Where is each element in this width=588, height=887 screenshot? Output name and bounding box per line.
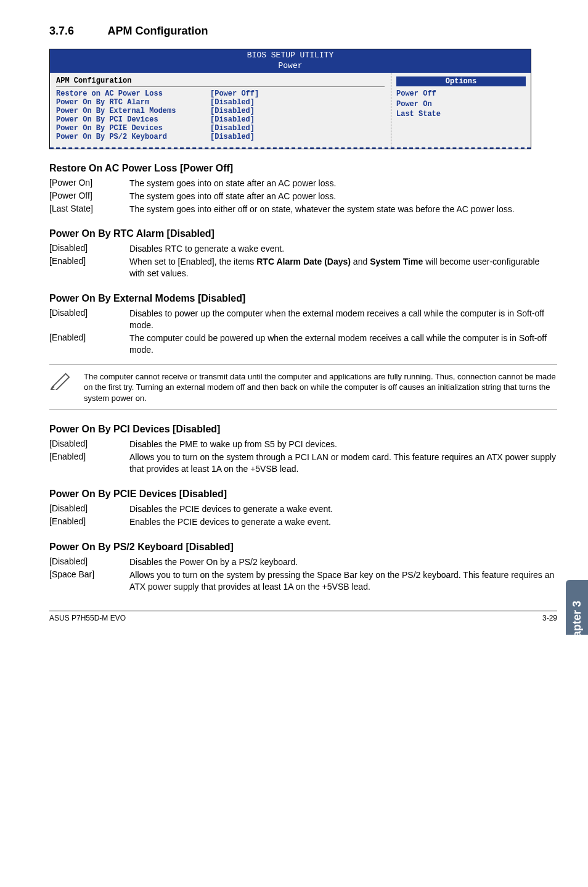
pencil-icon xyxy=(49,371,73,390)
heading-rtc: Power On By RTC Alarm [Disabled] xyxy=(49,228,557,239)
bios-row: Power On By PS/2 Keyboard[Disabled] xyxy=(56,133,385,141)
def-row: [Disabled]Disables the Power On by a PS/… xyxy=(49,556,557,568)
note-block: The computer cannot receive or transmit … xyxy=(49,365,557,411)
def-row: [Enabled]Enables the PCIE devices to gen… xyxy=(49,516,557,528)
option-item: Last State xyxy=(396,109,526,120)
bios-right-pane: Options Power Off Power On Last State xyxy=(391,73,531,147)
bios-util-title: BIOS SETUP UTILITY xyxy=(247,51,333,60)
bios-row: Power On By PCIE Devices[Disabled] xyxy=(56,124,385,133)
def-row: [Disabled]Disables RTC to generate a wak… xyxy=(49,243,557,255)
bios-row: Power On By External Modems[Disabled] xyxy=(56,107,385,115)
note-text: The computer cannot receive or transmit … xyxy=(84,371,557,404)
bios-setup-panel: BIOS SETUP UTILITY Power APM Configurati… xyxy=(49,49,531,149)
option-item: Power Off xyxy=(396,89,526,99)
footer-right: 3-29 xyxy=(542,614,557,622)
def-row: [Disabled]Disables the PME to wake up fr… xyxy=(49,439,557,450)
section-header: 3.7.6 APM Configuration xyxy=(49,25,557,38)
options-header: Options xyxy=(396,76,526,86)
bios-left-pane: APM Configuration Restore on AC Power Lo… xyxy=(50,73,391,147)
def-row: [Space Bar]Allows you to turn on the sys… xyxy=(49,569,557,593)
section-title: APM Configuration xyxy=(107,25,208,37)
bios-row: Power On By RTC Alarm[Disabled] xyxy=(56,98,385,107)
page-footer: ASUS P7H55D-M EVO 3-29 xyxy=(49,611,557,622)
heading-modems: Power On By External Modems [Disabled] xyxy=(49,293,557,304)
def-row: [Power Off]The system goes into off stat… xyxy=(49,191,557,202)
def-row: [Power On]The system goes into on state … xyxy=(49,178,557,189)
bios-row: Power On By PCI Devices[Disabled] xyxy=(56,115,385,124)
def-row: [Enabled] When set to [Enabled], the ite… xyxy=(49,256,557,279)
heading-ps2: Power On By PS/2 Keyboard [Disabled] xyxy=(49,542,557,553)
rtc-enabled-desc: When set to [Enabled], the items RTC Ala… xyxy=(129,256,557,279)
heading-pcie: Power On By PCIE Devices [Disabled] xyxy=(49,489,557,500)
bios-tab: Power xyxy=(50,61,531,72)
footer-left: ASUS P7H55D-M EVO xyxy=(49,614,126,622)
section-number: 3.7.6 xyxy=(49,25,105,38)
heading-restore: Restore On AC Power Loss [Power Off] xyxy=(49,163,557,174)
chapter-tab: Chapter 3 xyxy=(566,580,588,635)
def-row: [Disabled]Disables the PCIE devices to g… xyxy=(49,503,557,515)
def-row: [Last State]The system goes into either … xyxy=(49,204,557,215)
def-row: [Disabled]Disables to power up the compu… xyxy=(49,308,557,331)
option-item: Power On xyxy=(396,99,526,110)
def-row: [Enabled]Allows you to turn on the syste… xyxy=(49,452,557,475)
bios-group-heading: APM Configuration xyxy=(56,76,385,87)
bios-title-bar: BIOS SETUP UTILITY Power xyxy=(50,49,531,73)
bios-row: Restore on AC Power Loss[Power Off] xyxy=(56,89,385,98)
def-row: [Enabled]The computer could be powered u… xyxy=(49,332,557,356)
heading-pci: Power On By PCI Devices [Disabled] xyxy=(49,424,557,435)
